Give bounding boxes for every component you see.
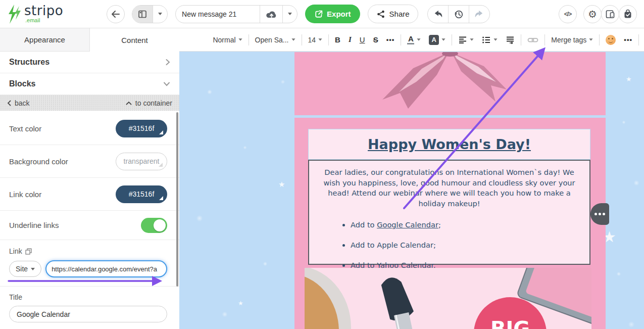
background-color-label: Background color (9, 157, 68, 166)
undo-button[interactable] (428, 6, 448, 23)
indent-button[interactable] (502, 28, 519, 51)
block-actions-button[interactable] (590, 203, 609, 225)
text-color-row: Text color #31516f (0, 112, 179, 145)
chevron-up-icon (126, 101, 132, 105)
message-name-input[interactable] (180, 10, 256, 18)
caret-down-icon (288, 13, 292, 15)
underline-links-toggle[interactable] (141, 218, 167, 233)
text-color-icon: A (407, 35, 414, 44)
fill-color-icon: A (429, 35, 439, 45)
caret-down-icon (470, 38, 474, 41)
makeup-photo: BIG (305, 268, 591, 329)
chevron-left-icon (7, 100, 11, 106)
star-decoration: ★ (238, 300, 243, 306)
google-calendar-link[interactable]: Google Calendar (377, 220, 438, 229)
sidebar-scrollbar[interactable] (176, 112, 178, 287)
makeup-image-block[interactable]: BIG (305, 268, 591, 329)
text-color-swatch[interactable]: #31516f (116, 120, 167, 137)
background-color-swatch[interactable]: transparent (116, 153, 167, 170)
history-button[interactable] (448, 6, 469, 23)
structures-section[interactable]: Structures (0, 52, 179, 73)
chevron-down-icon (163, 81, 170, 86)
link-type-dropdown[interactable]: Site (9, 261, 41, 277)
heading-block[interactable]: Happy Women's Day! (308, 129, 590, 160)
sidebar-tabs: Appearance Content (0, 28, 179, 52)
insert-link-button[interactable] (523, 28, 542, 51)
dot (603, 213, 605, 215)
text-color-label: Text color (9, 124, 41, 133)
toggle-knob (154, 219, 166, 231)
bold-button[interactable]: B (331, 28, 344, 51)
underline-button[interactable]: U (356, 28, 369, 51)
preview-panel-button[interactable] (132, 6, 153, 23)
bullet-list-icon (482, 36, 491, 44)
history-icon (454, 9, 464, 19)
underline-links-row: Underline links (0, 211, 179, 240)
indent-icon (506, 36, 515, 44)
title-settings: Title (0, 289, 179, 322)
list-dropdown[interactable] (478, 28, 502, 51)
font-size-dropdown[interactable]: 14 (304, 28, 327, 51)
chevron-right-icon (165, 59, 170, 66)
share-icon (376, 10, 385, 19)
calendar-list: Add to Google Calendar; Add to Apple Cal… (320, 220, 578, 269)
back-button[interactable] (107, 5, 125, 23)
highlight-color-button[interactable]: A (425, 28, 450, 51)
merge-tags-dropdown[interactable]: Merge tags (547, 28, 597, 51)
link-url-input[interactable] (45, 260, 167, 277)
redo-icon (474, 10, 484, 19)
to-container-button[interactable]: to container (126, 99, 172, 107)
code-editor-button[interactable]: </> (559, 5, 577, 23)
email-canvas[interactable]: ★ ★ ★ ★ Happy Women's Day! Dear ladies, … (179, 52, 644, 329)
link-settings: Link Site (0, 240, 179, 287)
email-body-container[interactable]: Happy Women's Day! Dear ladies, our cong… (294, 118, 606, 329)
block-nav-bar: back to container (0, 95, 179, 111)
link-icon (527, 36, 538, 43)
top-bar: stripo .email (0, 0, 644, 28)
paragraph-style-dropdown[interactable]: Normal (209, 28, 246, 51)
export-icon (314, 10, 323, 19)
badge-text: BIG (490, 317, 530, 329)
redo-button[interactable] (469, 6, 489, 23)
back-to-blocks-button[interactable]: back (7, 99, 30, 107)
preview-panel-icon (137, 9, 147, 19)
caret-down-icon (589, 38, 593, 41)
title-input[interactable] (9, 306, 167, 322)
device-preview-button[interactable] (601, 5, 619, 23)
stripo-logo[interactable]: stripo .email (7, 4, 63, 24)
emoji-button[interactable] (602, 28, 620, 51)
email-heading: Happy Women's Day! (368, 136, 531, 152)
save-to-cloud-button[interactable] (260, 6, 282, 23)
tab-content[interactable]: Content (90, 28, 179, 52)
caret-down-icon (318, 38, 322, 41)
emoji-icon (606, 35, 616, 45)
brand-name: stripo (24, 3, 63, 18)
tab-appearance[interactable]: Appearance (0, 28, 90, 52)
message-options-button[interactable] (282, 6, 297, 23)
checklist-button[interactable] (619, 5, 637, 23)
strikethrough-button[interactable]: S (369, 28, 382, 51)
link-color-swatch[interactable]: #31516f (116, 185, 167, 203)
link-color-row: Link color #31516f (0, 178, 179, 211)
toolbar-more-button[interactable]: ••• (620, 28, 636, 51)
italic-button[interactable]: I (344, 28, 356, 51)
caret-down-icon (494, 38, 498, 41)
more-format-button[interactable]: ••• (382, 28, 399, 51)
back-arrow-icon (111, 11, 120, 18)
align-left-icon (458, 36, 467, 44)
text-color-button[interactable]: A (403, 28, 425, 51)
settings-button[interactable]: ⚙ (583, 5, 602, 23)
checklist-icon (623, 9, 633, 19)
text-block-selected[interactable]: Dear ladies, our congratulations on Inte… (308, 160, 590, 265)
stripo-bolt-icon (7, 4, 22, 24)
swatch-fold-icon (159, 196, 163, 200)
font-family-dropdown[interactable]: Open Sa... (251, 28, 300, 51)
blocks-section[interactable]: Blocks (0, 73, 179, 95)
export-button[interactable]: Export (305, 5, 360, 23)
align-dropdown[interactable] (454, 28, 478, 51)
share-button[interactable]: Share (368, 5, 418, 23)
preview-dropdown-button[interactable] (153, 6, 167, 23)
caret-down-icon (238, 38, 242, 41)
ribbon-image-block[interactable] (294, 52, 606, 115)
title-label: Title (9, 293, 167, 301)
